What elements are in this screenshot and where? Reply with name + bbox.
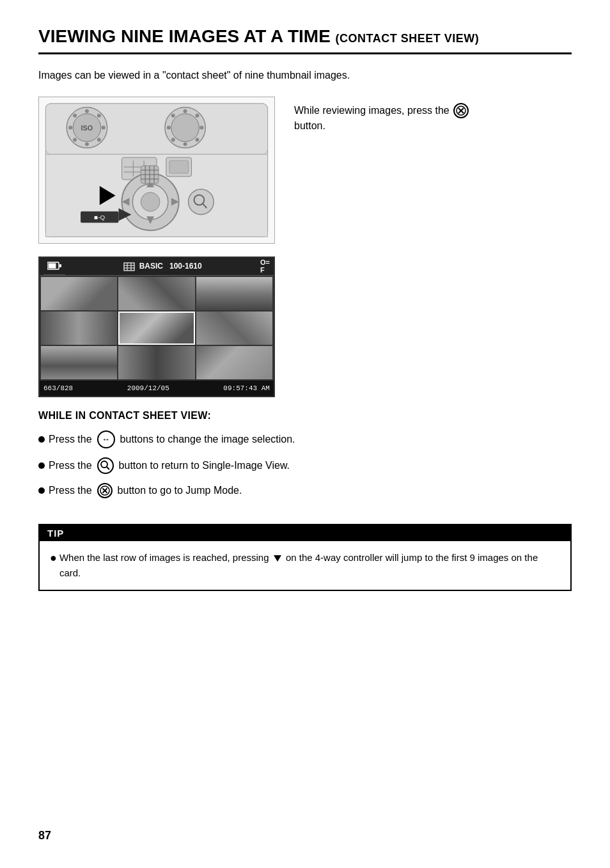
svg-point-37 [141, 192, 160, 211]
svg-point-5 [85, 142, 89, 146]
svg-text:ISO: ISO [81, 123, 93, 131]
bullet-2-post: button to return to Single-Image View. [119, 458, 290, 473]
svg-point-11 [97, 138, 101, 141]
bullet-item-3: Press the button to go to Jump Mode. [38, 483, 572, 498]
description-text: While reviewing images, press the button… [294, 103, 572, 134]
svg-point-16 [184, 142, 187, 146]
bullet-3-post: button to go to Jump Mode. [118, 483, 242, 498]
svg-point-7 [102, 125, 106, 129]
tip-bullet: ● [50, 550, 57, 566]
bullet-item-2: Press the button to return to Single-Ima… [38, 457, 572, 474]
svg-point-9 [97, 113, 101, 117]
title-sub: (CONTACT SHEET VIEW) [336, 32, 480, 45]
svg-rect-30 [169, 161, 189, 173]
contact-cell-7 [41, 346, 117, 379]
svg-rect-58 [124, 263, 134, 271]
svg-rect-56 [49, 264, 56, 269]
svg-point-38 [189, 189, 214, 214]
contact-cell-5 [118, 312, 194, 345]
bullet-2-pre: Press the [49, 458, 92, 473]
svg-point-15 [184, 109, 187, 113]
camera-diagram: ISO [38, 97, 275, 244]
contact-cell-8 [118, 346, 194, 379]
side-description: While reviewing images, press the button… [294, 97, 572, 134]
bullet-dot-1 [38, 436, 45, 443]
tip-header: TIP [40, 525, 570, 541]
contact-frame-range: 100-1610 [169, 262, 202, 271]
contact-cell-2 [118, 277, 194, 310]
tip-box: TIP ● When the last row of images is rea… [38, 524, 572, 591]
contact-cell-3 [196, 277, 272, 310]
svg-point-20 [195, 113, 199, 117]
svg-line-64 [107, 467, 109, 470]
contact-mode: BASIC [139, 262, 163, 271]
svg-point-63 [101, 461, 107, 468]
svg-point-6 [68, 125, 72, 129]
down-arrow-icon [274, 555, 281, 562]
frame-indicator: O=F [260, 258, 270, 274]
svg-text:■-Q: ■-Q [94, 214, 105, 221]
svg-point-19 [171, 113, 175, 117]
svg-point-14 [171, 113, 199, 141]
4way-icon: ↔ [97, 430, 115, 448]
svg-point-10 [73, 138, 77, 141]
bullet-3-pre: Press the [49, 483, 92, 498]
contact-cell-6 [196, 312, 272, 345]
battery-icon [43, 257, 65, 275]
contact-footer-date: 2009/12/05 [127, 384, 169, 392]
svg-point-17 [167, 125, 171, 129]
section-heading: WHILE IN CONTACT SHEET VIEW: [38, 410, 572, 422]
page-number: 87 [38, 829, 51, 842]
tip-text-pre: When the last row of images is reached, … [59, 552, 269, 563]
tip-text: When the last row of images is reached, … [59, 550, 560, 581]
svg-point-8 [73, 113, 77, 117]
contact-header-label: BASIC 100-1610 [123, 262, 201, 271]
mag-icon [97, 457, 114, 474]
contact-grid [40, 276, 274, 381]
intro-text: Images can be viewed in a "contact sheet… [38, 70, 572, 81]
contact-footer-time: 09:57:43 AM [223, 384, 270, 392]
tip-content: ● When the last row of images is reached… [40, 541, 570, 590]
battery-area [43, 257, 65, 275]
bullet-dot-3 [38, 487, 45, 494]
jump-icon-side [453, 103, 469, 118]
svg-point-22 [195, 138, 199, 141]
jump-icon-list [97, 483, 113, 498]
bullet-item-1: Press the ↔ buttons to change the image … [38, 430, 572, 448]
contact-cell-9 [196, 346, 272, 379]
title-main: VIEWING NINE IMAGES AT A TIME [38, 26, 331, 46]
contact-cell-4 [41, 312, 117, 345]
contact-footer-count: 663/828 [43, 384, 73, 392]
top-section: ISO [38, 97, 572, 244]
svg-point-21 [171, 138, 175, 141]
contact-footer: 663/828 2009/12/05 09:57:43 AM [40, 381, 274, 396]
page-title: VIEWING NINE IMAGES AT A TIME (CONTACT S… [38, 26, 572, 54]
bullet-1-pre: Press the [49, 432, 92, 447]
bullet-dot-2 [38, 462, 45, 469]
contact-cell-1 [41, 277, 117, 310]
desc-post: button. [294, 120, 325, 131]
bullet-list: Press the ↔ buttons to change the image … [38, 430, 572, 498]
contact-sheet: BASIC 100-1610 O=F 663/828 2009/12/05 09… [38, 256, 275, 397]
svg-point-18 [199, 125, 203, 129]
bullet-1-post: buttons to change the image selection. [120, 432, 295, 447]
svg-rect-57 [59, 264, 61, 267]
contact-sheet-wrapper: BASIC 100-1610 O=F 663/828 2009/12/05 09… [38, 256, 572, 397]
contact-header: BASIC 100-1610 O=F [40, 258, 274, 276]
desc-pre: While reviewing images, press the [294, 105, 450, 116]
svg-point-4 [85, 109, 89, 113]
